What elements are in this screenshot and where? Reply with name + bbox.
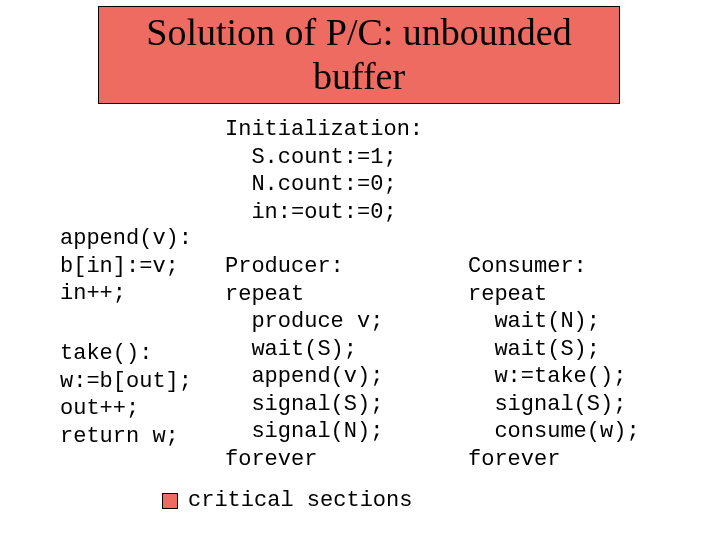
slide: Solution of P/C: unbounded buffer Initia… (0, 0, 720, 540)
slide-title: Solution of P/C: unbounded buffer (99, 11, 619, 98)
take-function-code: take(): w:=b[out]; out++; return w; (60, 340, 192, 450)
initialization-code: Initialization: S.count:=1; N.count:=0; … (225, 116, 423, 226)
legend-swatch-icon (162, 493, 178, 509)
legend-label: critical sections (188, 488, 412, 513)
title-box: Solution of P/C: unbounded buffer (98, 6, 620, 104)
producer-code: Producer: repeat produce v; wait(S); app… (225, 253, 383, 473)
append-function-code: append(v): b[in]:=v; in++; (60, 225, 192, 308)
consumer-code: Consumer: repeat wait(N); wait(S); w:=ta… (468, 253, 640, 473)
legend: critical sections (162, 488, 412, 513)
